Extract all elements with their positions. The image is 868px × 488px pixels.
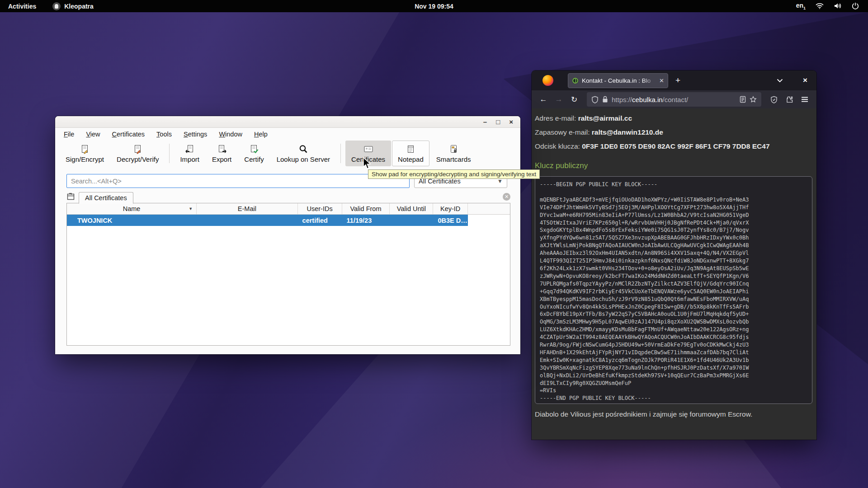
certificate-table: Name ▼ E-Mail User-IDs Valid From Valid …: [66, 203, 510, 346]
cell-valid-until: [390, 215, 433, 226]
cell-email: [197, 215, 297, 226]
close-button[interactable]: ×: [509, 118, 513, 125]
firefox-nav-bar: ← → ↻ https://cebulka.in/contact/: [532, 90, 816, 108]
power-icon[interactable]: [852, 2, 859, 9]
cell-user-ids: certified: [298, 215, 342, 226]
smartcards-icon: [448, 144, 458, 154]
kleopatra-window: – □ × File View Certificates Tools Setti…: [55, 116, 520, 354]
toolbar-separator: [340, 144, 341, 163]
email-line: Adres e-mail: ralts@airmail.cc: [535, 114, 812, 122]
import-icon: [185, 144, 195, 154]
menu-certificates[interactable]: Certificates: [112, 131, 145, 138]
lookup-on-server-button[interactable]: Lookup on Server: [271, 141, 336, 166]
protections-shield-icon[interactable]: [768, 93, 780, 106]
export-button[interactable]: Export: [206, 141, 237, 166]
backup-email-value: ralts@danwin1210.de: [592, 128, 663, 136]
maximize-button[interactable]: □: [496, 118, 500, 125]
button-label: Smartcards: [436, 155, 471, 163]
menu-view[interactable]: View: [86, 131, 100, 138]
toolbar-separator: [169, 144, 170, 163]
kleopatra-titlebar: – □ ×: [55, 116, 520, 128]
certificate-row-selected[interactable]: TWOJNICK certified 11/19/23 0B3E D…: [67, 215, 510, 226]
mouse-cursor: [362, 157, 372, 169]
column-header-user-ids[interactable]: User-IDs: [298, 203, 342, 214]
keyboard-layout-indicator[interactable]: en1: [796, 2, 806, 10]
activities-button[interactable]: Activities: [8, 3, 36, 10]
email-value: ralts@airmail.cc: [578, 114, 632, 122]
gnome-top-bar: Activities Kleopatra Nov 19 09:54 en1: [0, 0, 868, 12]
tab-close-icon[interactable]: ✕: [503, 193, 510, 201]
wifi-icon[interactable]: [816, 3, 824, 9]
url-text: https://cebulka.in/contact/: [612, 96, 736, 103]
clock-button[interactable]: Nov 19 09:54: [415, 3, 453, 10]
forward-icon[interactable]: →: [552, 93, 565, 106]
list-all-tabs-chevron-icon[interactable]: [777, 79, 783, 83]
button-label: Import: [180, 155, 199, 163]
button-label: Certify: [244, 155, 264, 163]
reader-view-icon[interactable]: [740, 96, 746, 103]
menu-settings[interactable]: Settings: [184, 131, 207, 138]
tab-all-certificates[interactable]: All Certificates: [79, 192, 133, 204]
export-icon: [217, 144, 227, 154]
firefox-tab-bar: Kontakt - Cebulka.in : Blo ✕ + ×: [532, 70, 816, 90]
menu-file[interactable]: File: [64, 131, 74, 138]
minimize-button[interactable]: –: [483, 118, 487, 125]
import-button[interactable]: Import: [174, 141, 205, 166]
column-header-email[interactable]: E-Mail: [197, 203, 297, 214]
button-label: Notepad: [398, 155, 424, 163]
tab-bar: All Certificates ✕: [66, 190, 510, 203]
cell-filler: [468, 215, 510, 226]
search-input[interactable]: [66, 174, 410, 188]
cell-valid-from: 11/19/23: [342, 215, 390, 226]
firefox-window: Kontakt - Cebulka.in : Blo ✕ + × ← → ↻ h…: [532, 70, 816, 440]
cell-key-id: 0B3E D…: [433, 215, 467, 226]
menu-window[interactable]: Window: [219, 131, 242, 138]
pgp-public-key-block: -----BEGIN PGP PUBLIC KEY BLOCK----- mQE…: [535, 176, 812, 404]
smartcards-button[interactable]: Smartcards: [430, 141, 477, 166]
focused-app-menu[interactable]: Kleopatra: [52, 2, 94, 10]
button-label: Sign/Encrypt: [66, 155, 104, 163]
menu-hamburger-icon[interactable]: [798, 93, 811, 106]
lock-icon[interactable]: [602, 96, 608, 103]
window-close-button[interactable]: ×: [803, 76, 807, 85]
sign-encrypt-button[interactable]: Sign/Encrypt: [60, 141, 110, 166]
escrow-note: Diabolo de Vilious jest pośrednikiem i z…: [535, 410, 812, 418]
fingerprint-line: Odcisk klucza: 0F3F 1DE0 E075 DE90 82AC …: [535, 142, 812, 150]
back-icon[interactable]: ←: [537, 93, 550, 106]
public-key-heading: Klucz publiczny: [535, 161, 812, 170]
reload-icon[interactable]: ↻: [568, 93, 580, 106]
page-content: Adres e-mail: ralts@airmail.cc Zapasowy …: [532, 108, 816, 440]
decrypt-verify-icon: [133, 144, 143, 154]
column-header-key-id[interactable]: Key-ID: [433, 203, 467, 214]
extensions-puzzle-icon[interactable]: [783, 93, 796, 106]
button-label: Decrypt/Verify: [117, 155, 159, 163]
column-header-filler: [468, 203, 510, 214]
menu-help[interactable]: Help: [254, 131, 268, 138]
tracking-protection-shield-icon[interactable]: [591, 96, 599, 103]
notepad-button[interactable]: Notepad: [392, 141, 429, 166]
decrypt-verify-button[interactable]: Decrypt/Verify: [111, 141, 165, 166]
certify-button[interactable]: Certify: [238, 141, 269, 166]
browser-tab-active[interactable]: Kontakt - Cebulka.in : Blo ✕: [568, 73, 668, 88]
notepad-icon: [406, 144, 415, 154]
menu-bar: File View Certificates Tools Settings Wi…: [55, 128, 520, 141]
kleopatra-app-icon: [52, 2, 61, 10]
table-header-row: Name ▼ E-Mail User-IDs Valid From Valid …: [67, 203, 510, 215]
new-tab-icon[interactable]: [66, 192, 75, 201]
menu-tools[interactable]: Tools: [156, 131, 172, 138]
certificates-icon: [363, 144, 374, 154]
volume-icon[interactable]: [834, 3, 842, 9]
tab-close-icon[interactable]: ✕: [659, 77, 664, 84]
url-bar[interactable]: https://cebulka.in/contact/: [587, 92, 761, 107]
bookmark-star-icon[interactable]: [750, 96, 757, 103]
column-header-name[interactable]: Name ▼: [67, 203, 197, 214]
backup-email-line: Zapasowy e-mail: ralts@danwin1210.de: [535, 128, 812, 136]
toolbar: Sign/Encrypt Decrypt/Verify Import Expor…: [55, 141, 520, 166]
new-tab-button[interactable]: +: [675, 75, 680, 85]
column-header-valid-until[interactable]: Valid Until: [390, 203, 433, 214]
column-header-valid-from[interactable]: Valid From: [342, 203, 390, 214]
tab-title: Kontakt - Cebulka.in : Blo: [582, 77, 656, 84]
firefox-logo-icon: [542, 75, 553, 86]
sort-indicator-icon: ▼: [189, 206, 193, 211]
site-favicon-onion-icon: [572, 77, 579, 84]
